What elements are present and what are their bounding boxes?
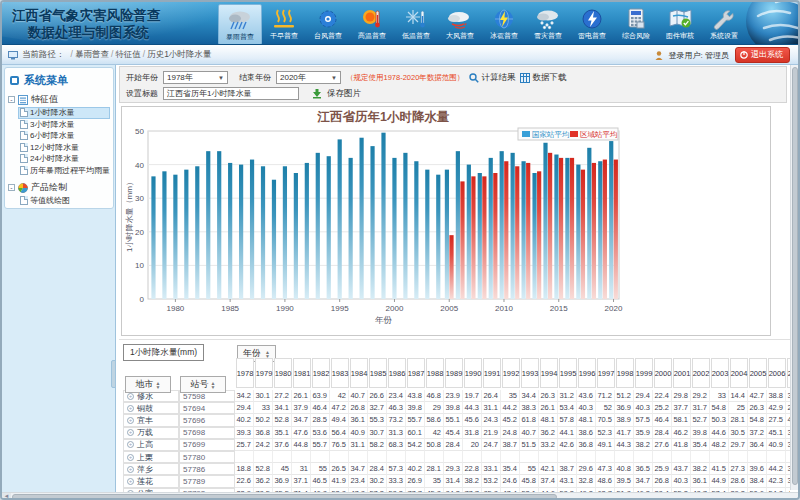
breadcrumb-item[interactable]: 暴雨普查 [75,49,109,59]
year-header-1992[interactable]: 1992 [502,358,520,388]
collapse-icon[interactable]: - [8,184,15,191]
station-name-cell[interactable]: +万载 [123,427,179,439]
expand-toggle-icon[interactable]: + [127,454,134,461]
year-header-1998[interactable]: 1998 [616,358,634,388]
year-header-1978[interactable]: 1978 [236,358,254,388]
value-cell: 53.6 [311,427,330,439]
station-name-cell[interactable]: +上高 [123,439,179,451]
year-header-1982[interactable]: 1982 [312,358,330,388]
menu-item-24小时降水量[interactable]: 24小时降水量 [18,153,110,165]
document-icon [20,120,28,129]
year-header-1979[interactable]: 1979 [255,358,273,388]
svg-text:2015: 2015 [550,304,568,313]
city-sort-control[interactable]: 地市 ▲▼ [125,376,171,393]
year-header-2003[interactable]: 2003 [711,358,729,388]
value-cell: 33.2 [539,439,558,451]
year-range-note: （规定使用1978-2020年数据范围） [346,73,464,83]
station-sort-control[interactable]: 站号 ▲▼ [180,376,226,393]
year-header-1993[interactable]: 1993 [521,358,539,388]
nav-item-6[interactable]: 大风普查 [438,4,482,45]
nav-item-8[interactable]: 雪灾普查 [526,4,570,45]
year-header-2006[interactable]: 2006 [768,358,786,388]
chart-title-input[interactable]: 江西省历年1小时降水量 [163,87,299,100]
nav-item-7[interactable]: 冰雹普查 [482,4,526,45]
year-header-1986[interactable]: 1986 [388,358,406,388]
menu-item-12小时降水量[interactable]: 12小时降水量 [18,142,110,154]
year-header-1995[interactable]: 1995 [559,358,577,388]
value-cell: 31.7 [691,402,710,414]
sidebar-collapse-handle[interactable] [111,360,116,388]
station-id-cell: 57780 [179,451,235,463]
station-name-cell[interactable]: +莲花 [123,475,179,487]
year-header-1989[interactable]: 1989 [445,358,463,388]
value-cell: 48.6 [596,475,615,487]
value-cell: 57.8 [558,414,577,426]
year-header-2001[interactable]: 2001 [673,358,691,388]
expand-toggle-icon[interactable]: + [127,417,134,424]
station-name-cell[interactable]: +萍乡 [123,463,179,475]
nav-item-12[interactable]: 系统设置 [702,4,746,45]
year-header-2004[interactable]: 2004 [730,358,748,388]
value-cell: 38.3 [520,402,539,414]
year-header-1987[interactable]: 1987 [407,358,425,388]
year-header-1996[interactable]: 1996 [578,358,596,388]
value-cell [330,451,349,463]
start-year-select[interactable]: 1978年▼ [163,71,228,84]
nav-item-2[interactable]: 干旱普查 [262,4,306,45]
nav-item-1[interactable]: 暴雨普查 [218,4,262,45]
year-header-1994[interactable]: 1994 [540,358,558,388]
vertical-scrollbar[interactable] [790,65,798,490]
nav-item-9[interactable]: 雷电普查 [570,4,614,45]
tree-node-row[interactable]: -特征值 [8,93,110,106]
menu-item-历年暴雨过程平均雨量[interactable]: 历年暴雨过程平均雨量 [18,165,110,177]
menu-item-label: 历年暴雨过程平均雨量 [30,165,110,176]
station-name-cell[interactable]: +铜鼓 [123,402,179,414]
menu-tree: -特征值1小时降水量3小时降水量6小时降水量12小时降水量24小时降水量历年暴雨… [8,93,110,207]
expand-toggle-icon[interactable]: + [127,441,134,448]
logout-button[interactable]: 退出系统 [735,47,790,63]
download-button[interactable]: 数据下载 [520,72,566,84]
collapse-icon[interactable]: - [8,96,15,103]
year-header-1990[interactable]: 1990 [464,358,482,388]
year-header-1981[interactable]: 1981 [293,358,311,388]
year-header-2000[interactable]: 2000 [654,358,672,388]
year-header-1983[interactable]: 1983 [331,358,349,388]
nav-item-label: 大风普查 [446,31,474,41]
year-header-1991[interactable]: 1991 [483,358,501,388]
year-header-1984[interactable]: 1984 [350,358,368,388]
expand-toggle-icon[interactable]: + [127,478,134,485]
station-name-cell[interactable]: +上栗 [123,451,179,463]
save-image-button[interactable]: 保存图片 [327,88,361,100]
year-header-1980[interactable]: 1980 [274,358,292,388]
year-header-2005[interactable]: 2005 [749,358,767,388]
nav-item-11[interactable]: 图件审核 [658,4,702,45]
tree-node-row[interactable]: -产品绘制 [8,181,110,194]
year-header-2002[interactable]: 2002 [692,358,710,388]
menu-item-1小时降水量[interactable]: 1小时降水量 [18,107,110,119]
calculate-button[interactable]: 计算结果 [469,72,515,84]
nav-item-10[interactable]: 综合风险 [614,4,658,45]
scroll-left-arrow[interactable]: ◄ [2,493,11,500]
expand-toggle-icon[interactable]: + [127,466,134,473]
menu-item-6小时降水量[interactable]: 6小时降水量 [18,130,110,142]
expand-toggle-icon[interactable]: + [127,429,134,436]
horizontal-scrollbar[interactable]: ◄ [2,492,798,499]
year-header-1999[interactable]: 1999 [635,358,653,388]
menu-item-3小时降水量[interactable]: 3小时降水量 [18,119,110,131]
station-name-cell[interactable]: +宜丰 [123,414,179,426]
expand-toggle-icon[interactable]: + [127,393,134,400]
end-year-select[interactable]: 2020年▼ [276,71,341,84]
menu-item-等值线绘图[interactable]: 等值线绘图 [18,195,110,207]
year-header-1985[interactable]: 1985 [369,358,387,388]
year-header-1997[interactable]: 1997 [597,358,615,388]
expand-toggle-icon[interactable]: + [127,405,134,412]
breadcrumb-item[interactable]: 历史1小时降水量 [147,49,211,59]
breadcrumb-item[interactable]: 特征值 [115,49,141,59]
vertical-scrollbar-thumb[interactable] [792,67,798,485]
nav-item-5[interactable]: 低温普查 [394,4,438,45]
year-header-1988[interactable]: 1988 [426,358,444,388]
horizontal-scrollbar-thumb[interactable] [12,494,557,500]
feature-list-icon [18,95,28,105]
nav-item-4[interactable]: 高温普查 [350,4,394,45]
nav-item-3[interactable]: 台风普查 [306,4,350,45]
